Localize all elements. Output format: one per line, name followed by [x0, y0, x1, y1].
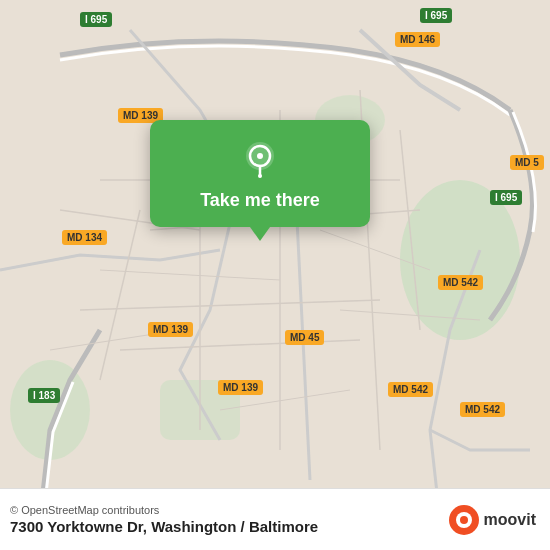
road-badge-md542-mid: MD 542	[388, 382, 433, 397]
road-badge-md139-bot: MD 139	[218, 380, 263, 395]
svg-point-11	[460, 516, 468, 524]
road-badge-md45: MD 45	[285, 330, 324, 345]
map-container: I 695I 695I 695MD 146MD 139MD 139MD 139M…	[0, 0, 550, 550]
svg-point-7	[257, 153, 263, 159]
bottom-bar: © OpenStreetMap contributors 7300 Yorkto…	[0, 488, 550, 550]
take-me-there-button[interactable]: Take me there	[200, 190, 320, 211]
road-badge-md146: MD 146	[395, 32, 440, 47]
road-badge-i695-top-right: I 695	[420, 8, 452, 23]
road-badge-i183: I 183	[28, 388, 60, 403]
svg-point-8	[258, 174, 262, 178]
popup-card[interactable]: Take me there	[150, 120, 370, 227]
road-badge-md542-bot: MD 542	[460, 402, 505, 417]
road-badge-md542-top: MD 542	[438, 275, 483, 290]
osm-credit: © OpenStreetMap contributors	[10, 504, 318, 516]
road-badge-i695-top-left: I 695	[80, 12, 112, 27]
map-pin-icon	[239, 138, 281, 180]
road-badge-md134: MD 134	[62, 230, 107, 245]
moovit-logo: moovit	[448, 504, 536, 536]
road-badge-md5-right: MD 5	[510, 155, 544, 170]
address-label: 7300 Yorktowne Dr, Washington / Baltimor…	[10, 518, 318, 535]
road-badge-md139-mid: MD 139	[148, 322, 193, 337]
address-section: © OpenStreetMap contributors 7300 Yorkto…	[10, 504, 318, 535]
moovit-icon	[448, 504, 480, 536]
road-badge-i695-right: I 695	[490, 190, 522, 205]
moovit-text: moovit	[484, 511, 536, 529]
